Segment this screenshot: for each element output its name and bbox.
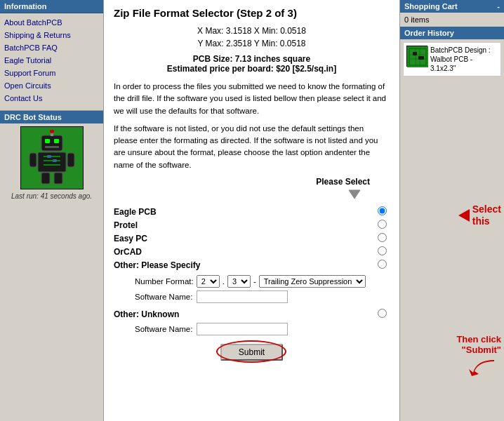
svg-rect-2 (45, 139, 50, 143)
trailing-zero-select[interactable]: Trailing Zero Suppression (259, 275, 366, 288)
dot-separator: . (223, 277, 225, 286)
select-this-annotation: Selectthis (458, 203, 501, 227)
software-name-input-2[interactable] (197, 323, 288, 335)
drc-bot-body: Last run: 41 seconds ago. (0, 123, 103, 203)
left-sidebar: Information About BatchPCB Shipping & Re… (0, 0, 104, 421)
svg-rect-25 (418, 56, 424, 60)
svg-rect-16 (54, 173, 62, 184)
svg-rect-3 (54, 139, 59, 143)
order-pcb-thumbnail (406, 46, 427, 67)
svg-rect-12 (53, 159, 57, 162)
sidebar-links: About BatchPCB Shipping & Returns BatchP… (0, 13, 103, 107)
pcb-size: PCB Size: 7.13 inches square (114, 54, 390, 64)
option-protel: Protel (114, 220, 390, 231)
option-orcad-radio[interactable] (374, 246, 390, 258)
svg-rect-11 (47, 155, 51, 158)
order-history-item[interactable]: BatchPCB Design : Walbot PCB - 3.1x2.3" (403, 42, 501, 76)
sidebar-link-shipping[interactable]: Shipping & Returns (4, 29, 99, 41)
description-2: If the software is not listed, or you di… (114, 123, 390, 171)
svg-rect-15 (41, 173, 50, 184)
submit-circle-area: Submit (220, 344, 283, 361)
option-other-specify: Other: Please Specify (114, 260, 390, 271)
sidebar-info-header: Information (0, 0, 103, 13)
down-arrow-icon (347, 189, 362, 200)
drc-bot-header: DRC Bot Status (0, 111, 103, 123)
submit-button[interactable]: Submit (220, 344, 283, 361)
sidebar-link-faq[interactable]: BatchPCB FAQ (4, 41, 99, 54)
software-name-input-1[interactable] (197, 290, 288, 303)
option-easypc: Easy PC (114, 233, 390, 244)
sidebar-link-support[interactable]: Support Forum (4, 67, 99, 79)
svg-rect-1 (41, 135, 62, 151)
right-sidebar: Shopping Cart - 0 items Order History Ba… (400, 0, 504, 421)
order-item-description: BatchPCB Design : Walbot PCB - 3.1x2.3" (430, 46, 498, 73)
pcb-thumb-icon (407, 46, 428, 67)
sidebar-link-open[interactable]: Open Circuits (4, 79, 99, 92)
other-unknown-label: Other: Unknown (114, 309, 374, 319)
sidebar-link-contact[interactable]: Contact Us (4, 92, 99, 105)
options-list: Eagle PCB Protel Easy PC OrCAD (114, 206, 390, 271)
option-eagle-radio[interactable] (374, 206, 390, 218)
svg-rect-7 (38, 152, 66, 172)
option-orcad: OrCAD (114, 246, 390, 258)
select-this-text: Selectthis (472, 203, 501, 227)
number-format-row: Number Format: 2 . 3 - Trailing Zero Sup… (135, 275, 390, 288)
submit-area: Submit (114, 344, 390, 361)
number-format-select-2[interactable]: 3 (227, 275, 251, 288)
number-format-label: Number Format: (135, 277, 194, 286)
robot-icon (24, 130, 80, 186)
coords-x: X Max: 3.1518 X Min: 0.0518 (114, 26, 390, 36)
then-click-submit-annotation: Then click"Submit" (456, 334, 501, 382)
option-easypc-label: Easy PC (114, 234, 374, 243)
sidebar-link-eagle[interactable]: Eagle Tutorial (4, 54, 99, 67)
option-easypc-radio[interactable] (374, 233, 390, 244)
option-other-specify-radio[interactable] (374, 260, 390, 271)
other-unknown-row: Other: Unknown (114, 309, 390, 320)
option-eagle-label: Eagle PCB (114, 207, 374, 217)
page-title: Zip File Format Selector (Step 2 of 3) (114, 7, 390, 19)
option-other-specify-label: Other: Please Specify (114, 260, 374, 270)
then-click-submit-text: Then click"Submit" (456, 334, 501, 356)
svg-rect-18 (407, 46, 428, 67)
option-protel-label: Protel (114, 220, 374, 230)
other-unknown-radio[interactable] (374, 309, 390, 320)
drc-bot-image (20, 126, 84, 189)
software-name-label-1: Software Name: (135, 293, 192, 301)
option-protel-radio[interactable] (374, 220, 390, 231)
drc-bot-lastrun: Last run: 41 seconds ago. (3, 192, 100, 200)
shopping-cart-title: Shopping Cart (404, 2, 458, 11)
select-arrow-icon (458, 209, 470, 222)
cart-minus-icon[interactable]: - (497, 2, 500, 11)
dash-separator: - (253, 277, 256, 286)
software-name-label-2: Software Name: (135, 325, 192, 333)
svg-marker-17 (349, 190, 360, 199)
coords-y: Y Max: 2.3518 Y Min: 0.0518 (114, 39, 390, 48)
estimated-price: Estimated price per board: $20 [$2.5/sq.… (114, 64, 390, 74)
sidebar-link-about[interactable]: About BatchPCB (4, 16, 99, 29)
description-1: In order to process the files you submit… (114, 81, 390, 117)
coords-block: X Max: 3.1518 X Min: 0.0518 Y Max: 2.351… (114, 26, 390, 48)
svg-rect-14 (67, 153, 74, 167)
option-eagle: Eagle PCB (114, 206, 390, 218)
svg-rect-6 (45, 146, 59, 148)
order-history-header: Order History (400, 27, 504, 39)
cart-items-count: 0 items (400, 13, 504, 27)
shopping-cart-header: Shopping Cart - (400, 0, 504, 13)
svg-rect-13 (29, 153, 37, 167)
main-content: Zip File Format Selector (Step 2 of 3) X… (104, 0, 400, 421)
software-name-row-2: Software Name: (135, 323, 390, 335)
submit-arrow-icon (466, 359, 501, 380)
software-name-row-1: Software Name: (135, 290, 390, 303)
please-select-label: Please Select (114, 177, 390, 202)
svg-rect-24 (413, 52, 417, 55)
number-format-select-1[interactable]: 2 (197, 275, 220, 288)
option-orcad-label: OrCAD (114, 247, 374, 257)
drc-bot-section: DRC Bot Status (0, 110, 103, 203)
